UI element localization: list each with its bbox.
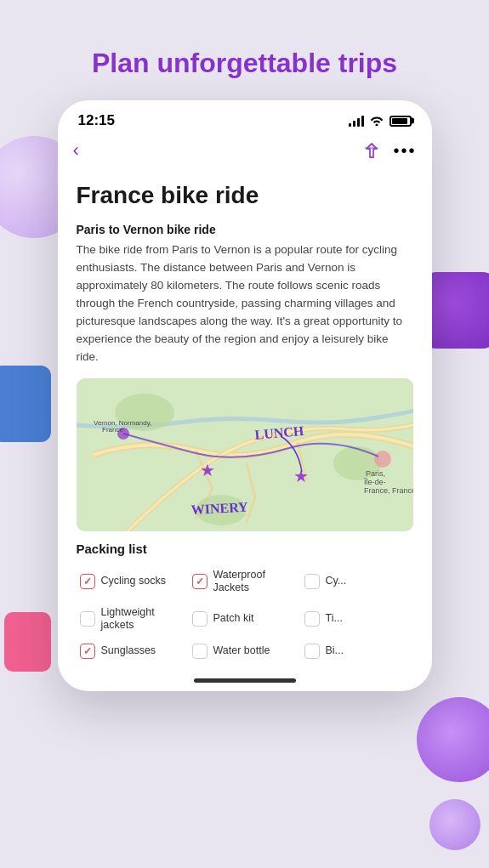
item-label-2: Cy... bbox=[326, 575, 347, 587]
svg-text:★: ★ bbox=[200, 461, 215, 479]
packing-item-8[interactable]: Bi... bbox=[301, 639, 413, 663]
packing-item-3[interactable]: Lightweight jackets bbox=[77, 602, 189, 636]
home-indicator bbox=[194, 678, 296, 683]
packing-item-7[interactable]: Water bottle bbox=[189, 639, 301, 663]
status-time: 12:15 bbox=[78, 112, 115, 129]
checkbox-6[interactable] bbox=[80, 644, 95, 659]
svg-text:Île-de-: Île-de- bbox=[363, 478, 386, 486]
nav-bar: ‹ ••• bbox=[58, 136, 432, 170]
signal-icon bbox=[349, 115, 364, 127]
checkbox-2[interactable] bbox=[304, 574, 320, 589]
packing-item-1[interactable]: Waterproof Jackets bbox=[189, 564, 301, 599]
map-svg: Paris, Île-de- France, France Vernon, No… bbox=[77, 378, 413, 531]
item-label-5: Ti... bbox=[326, 612, 343, 625]
status-icons bbox=[349, 114, 412, 128]
item-label-0: Cycling socks bbox=[101, 575, 166, 587]
filter-icon[interactable] bbox=[362, 141, 381, 160]
item-label-8: Bi... bbox=[326, 644, 344, 657]
status-bar: 12:15 bbox=[58, 100, 432, 136]
packing-item-2[interactable]: Cy... bbox=[301, 564, 413, 599]
trip-subtitle: Paris to Vernon bike ride bbox=[77, 223, 413, 236]
item-label-7: Water bottle bbox=[213, 644, 270, 657]
svg-text:France: France bbox=[102, 426, 123, 434]
checkbox-3[interactable] bbox=[80, 611, 95, 627]
svg-text:Paris,: Paris, bbox=[366, 469, 385, 478]
packing-list: Cycling socks Waterproof Jackets Cy... L… bbox=[77, 564, 413, 663]
item-label-1: Waterproof Jackets bbox=[213, 569, 298, 594]
packing-item-5[interactable]: Ti... bbox=[301, 602, 413, 636]
bg-decoration-6 bbox=[429, 799, 480, 850]
back-button[interactable]: ‹ bbox=[73, 139, 79, 162]
checkbox-8[interactable] bbox=[304, 644, 320, 659]
item-label-6: Sunglasses bbox=[101, 644, 156, 657]
checkbox-5[interactable] bbox=[304, 611, 320, 627]
bg-decoration-4 bbox=[4, 612, 51, 672]
item-label-4: Patch kit bbox=[213, 612, 254, 625]
page-title: Plan unforgettable trips bbox=[0, 0, 489, 100]
checkbox-0[interactable] bbox=[80, 574, 95, 589]
phone-mockup: 12:15 ‹ •• bbox=[58, 100, 432, 690]
bg-decoration-3 bbox=[0, 366, 51, 442]
svg-point-4 bbox=[374, 451, 391, 468]
wifi-icon bbox=[369, 114, 384, 128]
checkbox-4[interactable] bbox=[192, 611, 208, 627]
trip-title: France bike ride bbox=[77, 182, 413, 209]
trip-description: The bike ride from Paris to Vernon is a … bbox=[77, 241, 413, 366]
packing-item-0[interactable]: Cycling socks bbox=[77, 564, 189, 599]
packing-item-6[interactable]: Sunglasses bbox=[77, 639, 189, 663]
more-button[interactable]: ••• bbox=[393, 141, 416, 161]
packing-list-title: Packing list bbox=[77, 542, 413, 556]
checkbox-1[interactable] bbox=[192, 574, 208, 589]
battery-icon bbox=[389, 116, 412, 127]
svg-text:WINERY: WINERY bbox=[190, 499, 248, 517]
packing-item-4[interactable]: Patch kit bbox=[189, 602, 301, 636]
svg-text:France, France: France, France bbox=[364, 486, 413, 495]
content-area: France bike ride Paris to Vernon bike ri… bbox=[58, 170, 432, 671]
map-container: Paris, Île-de- France, France Vernon, No… bbox=[77, 378, 413, 531]
item-label-3: Lightweight jackets bbox=[101, 606, 185, 632]
checkbox-7[interactable] bbox=[192, 644, 208, 659]
nav-right-actions: ••• bbox=[362, 141, 416, 161]
bg-decoration-5 bbox=[417, 697, 489, 782]
